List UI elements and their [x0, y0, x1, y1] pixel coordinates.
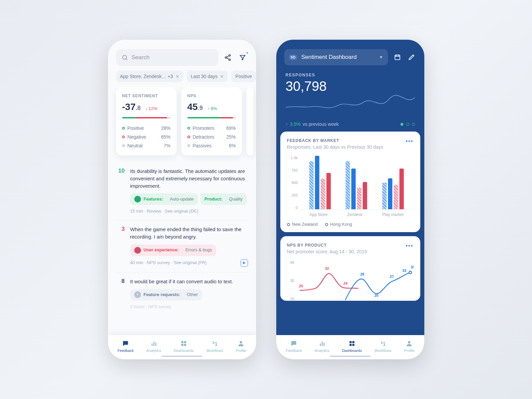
- svg-rect-7: [151, 343, 152, 346]
- feedback-text: Its durability is fantastic. The automat…: [130, 168, 248, 189]
- more-button[interactable]: •••: [406, 138, 414, 144]
- data-label: 20: [375, 293, 379, 297]
- arrow-up-icon: ↑: [208, 106, 210, 111]
- home-indicator: [330, 356, 370, 357]
- share-button[interactable]: [222, 52, 233, 63]
- feedback-icon: [290, 340, 297, 347]
- data-label: 35: [411, 265, 414, 269]
- dot-icon: [187, 144, 190, 147]
- feedback-tag[interactable]: Product: Quality: [201, 193, 247, 205]
- card-title: NET SENTIMENT: [122, 94, 171, 98]
- filter-icon: [239, 54, 246, 61]
- more-button[interactable]: •••: [406, 243, 414, 249]
- svg-line-19: [413, 55, 414, 56]
- filter-button[interactable]: [237, 52, 248, 63]
- svg-rect-23: [323, 342, 324, 346]
- feedback-text: It would be great if it can convert audi…: [130, 278, 248, 285]
- metric-card-peek[interactable]: [247, 87, 253, 155]
- card-title: NPS BY PRODUCT: [287, 243, 367, 248]
- edit-icon: [408, 53, 415, 61]
- feedback-meta: 40 min · NPS survey · See original (FR)▶: [130, 259, 248, 267]
- chart-legend: New Zealand Hong Kong: [287, 222, 414, 227]
- search-icon: [121, 54, 128, 61]
- analytics-icon: [150, 340, 157, 347]
- breakdown-list: Promoters69% Detractors25% Passives6%: [187, 124, 236, 150]
- dot-icon: [122, 127, 125, 130]
- nav-workflows[interactable]: Workflows: [206, 340, 223, 353]
- svg-rect-15: [395, 55, 400, 60]
- svg-rect-21: [320, 343, 321, 346]
- nav-analytics[interactable]: Analytics: [146, 340, 161, 353]
- dot-icon: [122, 136, 125, 138]
- distribution-bar: [122, 117, 171, 118]
- line-chart: 403020 25 32 24 28 20 27 33 35: [287, 256, 414, 301]
- svg-line-5: [226, 56, 229, 57]
- svg-point-20: [409, 271, 412, 274]
- nps-by-product-card: NPS BY PRODUCT Net promoter score, Aug 1…: [280, 236, 420, 301]
- edit-button[interactable]: [407, 52, 416, 62]
- svg-rect-25: [352, 341, 354, 343]
- legend-item: New Zealand: [287, 222, 318, 227]
- nav-dashboards[interactable]: Dashboards: [174, 340, 193, 353]
- nps-card[interactable]: NPS 45.9 ↑8% Promoters69% Detractors25% …: [181, 87, 242, 155]
- nav-profile[interactable]: Profile: [236, 340, 246, 353]
- nav-dashboards[interactable]: Dashboards: [342, 340, 362, 353]
- svg-rect-10: [181, 341, 183, 343]
- line-plot: 25 32 24 28 20 27 33 35: [296, 260, 414, 301]
- svg-rect-9: [155, 342, 156, 346]
- nav-feedback[interactable]: Feedback: [286, 340, 302, 353]
- dot-icon: [412, 123, 415, 126]
- bar-chart: 1.0k7505002500 App StoreZendeskPlay mark…: [287, 151, 414, 227]
- feedback-item[interactable]: 10 Its durability is fantastic. The auto…: [116, 162, 248, 220]
- feedback-item[interactable]: 3 When the game ended the thing failed t…: [116, 220, 248, 272]
- legend-item: Hong Kong: [325, 222, 352, 227]
- filter-chip-sources[interactable]: App Store, Zendesk… +3✕: [116, 71, 184, 82]
- bar-group: [382, 156, 404, 209]
- svg-point-0: [122, 55, 127, 59]
- feedback-item[interactable]: 8 It would be great if it can convert au…: [116, 272, 248, 316]
- nav-workflows[interactable]: Workflows: [375, 340, 392, 353]
- feedback-tag[interactable]: •Feature requests: Other: [130, 289, 202, 300]
- svg-rect-11: [184, 341, 186, 343]
- feedback-tag[interactable]: ☹User experience: Errors & bugs: [130, 245, 216, 256]
- nav-feedback[interactable]: Feedback: [117, 340, 134, 353]
- responses-label: RESPONSES: [286, 73, 415, 77]
- dot-icon: [287, 223, 290, 226]
- dashboard-selector[interactable]: SD Sentiment Dashboard ▼: [284, 49, 388, 65]
- list-item: Neutral7%: [122, 141, 171, 150]
- search-input[interactable]: Search: [116, 49, 218, 66]
- top-bar: SD Sentiment Dashboard ▼: [276, 40, 424, 69]
- svg-line-1: [126, 59, 127, 60]
- filter-chip-range[interactable]: Last 30 days✕: [187, 71, 228, 82]
- net-sentiment-card[interactable]: NET SENTIMENT -37.8 ↓12% Positive28% Neg…: [116, 87, 177, 155]
- filter-chip-sentiment[interactable]: Positive: [231, 71, 256, 82]
- list-item: Passives6%: [187, 141, 236, 150]
- feedback-text: When the game ended the thing failed to …: [130, 226, 248, 241]
- close-icon[interactable]: ✕: [176, 74, 179, 79]
- calendar-button[interactable]: [393, 52, 402, 62]
- workflows-icon: [379, 340, 387, 347]
- feedback-tag[interactable]: ☺Features: Auto-update: [130, 193, 198, 205]
- card-title: FEEDBACK BY MARKET: [287, 138, 383, 143]
- feedback-score: 10: [116, 168, 125, 215]
- dot-icon: [400, 123, 403, 126]
- dot-icon: [122, 144, 125, 147]
- nav-profile[interactable]: Profile: [404, 340, 415, 353]
- dashboard-name: Sentiment Dashboard: [301, 54, 356, 61]
- frown-icon: ☹: [134, 247, 141, 254]
- breakdown-list: Positive28% Negative65% Neutral7%: [122, 124, 171, 150]
- play-button[interactable]: ▶: [241, 259, 248, 267]
- y-axis: 1.0k7505002500: [287, 156, 300, 210]
- responses-value: 30,798: [286, 79, 415, 94]
- dot-icon: [325, 223, 328, 226]
- analytics-icon: [318, 340, 326, 347]
- list-item: Negative65%: [122, 133, 171, 141]
- card-subtitle: Responses, Last 30 days vs Previous 30 d…: [287, 144, 383, 150]
- nav-analytics[interactable]: Analytics: [315, 340, 329, 353]
- svg-point-2: [229, 55, 230, 56]
- page-dots[interactable]: [400, 123, 415, 126]
- svg-point-4: [229, 59, 230, 61]
- svg-point-14: [240, 341, 242, 343]
- close-icon[interactable]: ✕: [220, 74, 224, 79]
- dot-icon: [187, 136, 190, 138]
